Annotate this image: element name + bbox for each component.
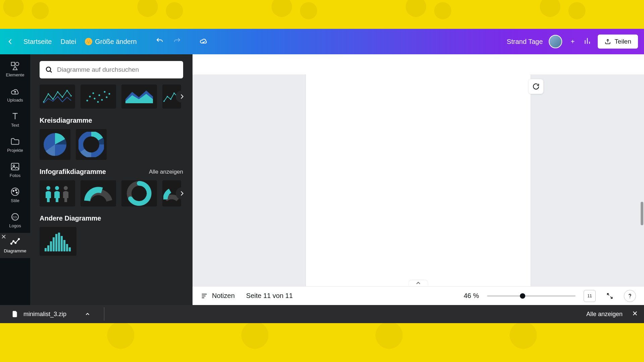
svg-point-37 (101, 99, 103, 101)
rail-text-label: Text (11, 123, 19, 128)
pictogram-thumb[interactable] (40, 180, 75, 206)
svg-point-50 (55, 186, 59, 190)
progress-ring-thumb[interactable] (121, 180, 157, 206)
scatter-chart-thumb[interactable] (80, 84, 116, 109)
half-donut-thumb[interactable] (80, 180, 116, 206)
download-show-all[interactable]: Alle anzeigen (586, 311, 623, 318)
zoom-slider-handle[interactable] (520, 293, 525, 299)
svg-point-36 (99, 95, 100, 96)
download-chip[interactable]: minimalist_3.zip (6, 308, 96, 320)
file-menu[interactable]: Datei (60, 38, 76, 46)
rail-styles[interactable]: Stile (0, 183, 30, 208)
svg-point-20 (13, 241, 14, 242)
line-charts-row (40, 84, 183, 109)
svg-point-23 (46, 67, 51, 71)
svg-point-44 (170, 99, 171, 100)
svg-text:CO.: CO. (12, 216, 18, 219)
pie-charts-section: Kreisdiagramme (40, 117, 183, 160)
rail-projects[interactable]: Projekte (0, 132, 30, 158)
rail-close-icon[interactable] (1, 234, 6, 239)
svg-point-19 (11, 243, 12, 244)
line-row-next-button[interactable] (176, 90, 188, 103)
side-rail: Elemente Uploads Text Projekte Fotos Sti… (0, 54, 30, 305)
area-chart-thumb[interactable] (121, 84, 157, 109)
rail-text[interactable]: Text (0, 107, 30, 132)
svg-rect-54 (47, 245, 49, 251)
other-charts-section: Andere Diagramme (40, 215, 183, 256)
rail-elements-label: Elemente (6, 72, 24, 77)
svg-point-29 (62, 97, 63, 98)
canvas-area: Notizen Seite 11 von 11 46 % 11 (193, 54, 644, 305)
page-counter[interactable]: Seite 11 von 11 (246, 292, 293, 300)
svg-rect-55 (50, 241, 52, 251)
grid-view-button[interactable]: 11 (584, 290, 596, 302)
add-collaborator-button[interactable]: + (568, 37, 577, 46)
top-bar-left: Startseite Datei 👑 Größe ändern (6, 37, 208, 47)
download-bar: minimalist_3.zip Alle anzeigen (0, 305, 644, 323)
svg-rect-9 (11, 163, 19, 170)
rail-elements[interactable]: Elemente (0, 57, 30, 82)
help-button[interactable] (624, 290, 636, 302)
svg-rect-56 (53, 237, 55, 251)
svg-point-34 (94, 98, 96, 100)
document-title[interactable]: Strand Tage (507, 38, 543, 46)
svg-point-5 (15, 62, 19, 66)
infographic-row-next-button[interactable] (176, 187, 188, 199)
vertical-scrollbar[interactable] (641, 202, 643, 225)
crown-icon: 👑 (85, 38, 92, 45)
rail-logos[interactable]: CO. Logos (0, 208, 30, 233)
rail-photos-label: Fotos (10, 173, 21, 178)
line-chart-thumb-1[interactable] (40, 84, 75, 109)
svg-point-11 (11, 188, 19, 196)
main-area: Elemente Uploads Text Projekte Fotos Sti… (0, 54, 644, 305)
zoom-percentage[interactable]: 46 % (464, 292, 479, 300)
svg-rect-53 (45, 248, 47, 251)
page-strip-toggle[interactable] (409, 280, 428, 286)
insights-button[interactable] (583, 37, 592, 47)
sync-status-icon[interactable] (199, 37, 208, 47)
rail-photos[interactable]: Fotos (0, 158, 30, 183)
back-arrow-icon[interactable] (6, 37, 15, 46)
histogram-thumb[interactable] (40, 227, 76, 256)
refresh-button[interactable] (529, 79, 543, 94)
search-input[interactable] (57, 66, 178, 73)
rail-uploads[interactable]: Uploads (0, 82, 30, 107)
rail-charts[interactable]: Diagramme (0, 233, 30, 258)
svg-point-14 (16, 192, 17, 193)
infographic-see-all[interactable]: Alle anzeigen (149, 169, 183, 175)
notes-button[interactable]: Notizen (201, 292, 235, 300)
panel-collapse-button[interactable] (192, 167, 193, 192)
undo-button[interactable] (156, 37, 164, 46)
fullscreen-button[interactable] (604, 290, 616, 302)
share-label: Teilen (614, 38, 631, 45)
svg-point-49 (46, 186, 50, 190)
download-bar-right: Alle anzeigen (586, 310, 638, 318)
svg-point-33 (89, 96, 91, 98)
svg-rect-4 (11, 62, 15, 66)
infographic-section-title: Infografikdiagramme (40, 168, 106, 176)
svg-rect-60 (63, 240, 65, 251)
svg-point-28 (57, 91, 58, 93)
zoom-slider[interactable] (487, 295, 576, 297)
file-icon (11, 310, 19, 318)
svg-line-24 (50, 71, 52, 72)
canvas-toolbar (193, 54, 644, 74)
notes-label: Notizen (212, 292, 235, 300)
svg-rect-61 (66, 244, 68, 251)
redo-button[interactable] (173, 37, 181, 46)
download-filename: minimalist_3.zip (23, 311, 66, 318)
svg-point-68 (630, 297, 630, 298)
rail-charts-label: Diagramme (4, 248, 26, 253)
download-close-button[interactable] (632, 310, 638, 318)
user-avatar[interactable] (549, 35, 562, 48)
home-link[interactable]: Startseite (23, 38, 52, 46)
donut-chart-thumb[interactable] (76, 129, 107, 160)
search-field[interactable] (40, 61, 183, 78)
charts-panel: Kreisdiagramme Infografikdiagramme Alle … (30, 54, 193, 305)
canvas-page[interactable] (306, 74, 531, 286)
resize-button[interactable]: 👑 Größe ändern (85, 38, 137, 46)
pie-chart-thumb[interactable] (40, 129, 70, 160)
canvas-viewport[interactable] (193, 74, 644, 286)
svg-point-22 (18, 238, 19, 240)
share-button[interactable]: Teilen (598, 35, 638, 49)
